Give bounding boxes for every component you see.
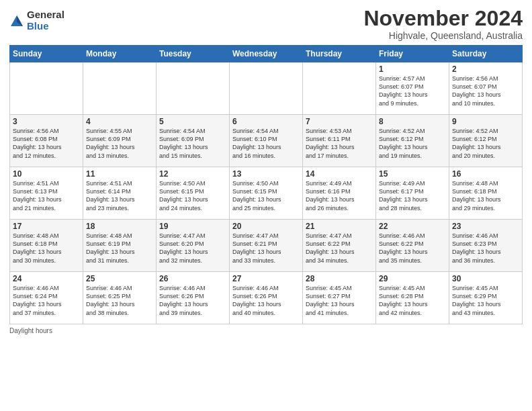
day-number: 17	[13, 222, 80, 231]
day-info: Sunrise: 4:47 AM Sunset: 6:20 PM Dayligh…	[159, 232, 226, 265]
day-info: Sunrise: 4:45 AM Sunset: 6:28 PM Dayligh…	[379, 284, 446, 317]
day-number: 15	[379, 169, 446, 179]
day-number: 16	[452, 169, 519, 179]
day-cell: 6Sunrise: 4:54 AM Sunset: 6:10 PM Daylig…	[230, 115, 303, 167]
logo-blue: Blue	[27, 21, 64, 32]
header-row: SundayMondayTuesdayWednesdayThursdayFrid…	[10, 46, 523, 62]
day-info: Sunrise: 4:45 AM Sunset: 6:27 PM Dayligh…	[306, 284, 373, 317]
day-number: 9	[452, 117, 519, 126]
week-row-4: 17Sunrise: 4:48 AM Sunset: 6:18 PM Dayli…	[10, 220, 523, 272]
day-info: Sunrise: 4:50 AM Sunset: 6:15 PM Dayligh…	[232, 179, 300, 212]
day-cell: 22Sunrise: 4:46 AM Sunset: 6:22 PM Dayli…	[376, 220, 449, 272]
day-cell: 12Sunrise: 4:50 AM Sunset: 6:15 PM Dayli…	[157, 167, 230, 220]
col-header-wednesday: Wednesday	[230, 46, 303, 62]
day-number: 1	[379, 64, 446, 74]
day-cell: 24Sunrise: 4:46 AM Sunset: 6:24 PM Dayli…	[10, 272, 83, 324]
day-cell: 13Sunrise: 4:50 AM Sunset: 6:15 PM Dayli…	[230, 167, 303, 220]
day-info: Sunrise: 4:46 AM Sunset: 6:25 PM Dayligh…	[86, 284, 153, 317]
logo-text: General Blue	[27, 9, 64, 32]
logo: General Blue	[9, 9, 64, 32]
day-cell	[83, 62, 157, 115]
col-header-saturday: Saturday	[449, 46, 523, 62]
day-info: Sunrise: 4:57 AM Sunset: 6:07 PM Dayligh…	[379, 75, 446, 107]
day-cell	[230, 62, 303, 115]
day-info: Sunrise: 4:51 AM Sunset: 6:13 PM Dayligh…	[13, 179, 80, 212]
day-number: 26	[159, 274, 226, 283]
day-cell	[157, 62, 230, 115]
day-number: 5	[159, 117, 226, 126]
day-info: Sunrise: 4:46 AM Sunset: 6:24 PM Dayligh…	[13, 284, 80, 317]
day-info: Sunrise: 4:51 AM Sunset: 6:14 PM Dayligh…	[86, 179, 153, 212]
day-number: 14	[306, 169, 373, 179]
day-cell: 20Sunrise: 4:47 AM Sunset: 6:21 PM Dayli…	[230, 220, 303, 272]
col-header-friday: Friday	[376, 46, 449, 62]
day-number: 3	[13, 117, 80, 126]
day-number: 24	[13, 274, 80, 283]
day-info: Sunrise: 4:56 AM Sunset: 6:08 PM Dayligh…	[13, 127, 80, 160]
week-row-3: 10Sunrise: 4:51 AM Sunset: 6:13 PM Dayli…	[10, 167, 523, 220]
day-number: 19	[159, 222, 226, 231]
day-cell: 15Sunrise: 4:49 AM Sunset: 6:17 PM Dayli…	[376, 167, 449, 220]
day-cell: 30Sunrise: 4:45 AM Sunset: 6:29 PM Dayli…	[449, 272, 523, 324]
day-info: Sunrise: 4:56 AM Sunset: 6:07 PM Dayligh…	[452, 75, 519, 107]
day-number: 4	[86, 117, 153, 126]
day-number: 11	[86, 169, 153, 179]
day-number: 28	[306, 274, 373, 283]
day-info: Sunrise: 4:46 AM Sunset: 6:26 PM Dayligh…	[159, 284, 226, 317]
day-info: Sunrise: 4:52 AM Sunset: 6:12 PM Dayligh…	[379, 127, 446, 160]
day-cell: 10Sunrise: 4:51 AM Sunset: 6:13 PM Dayli…	[10, 167, 83, 220]
day-cell: 29Sunrise: 4:45 AM Sunset: 6:28 PM Dayli…	[376, 272, 449, 324]
day-cell: 26Sunrise: 4:46 AM Sunset: 6:26 PM Dayli…	[157, 272, 230, 324]
day-info: Sunrise: 4:48 AM Sunset: 6:18 PM Dayligh…	[13, 232, 80, 265]
day-number: 25	[86, 274, 153, 283]
day-number: 12	[159, 169, 226, 179]
day-cell: 28Sunrise: 4:45 AM Sunset: 6:27 PM Dayli…	[303, 272, 376, 324]
week-row-5: 24Sunrise: 4:46 AM Sunset: 6:24 PM Dayli…	[10, 272, 523, 324]
page-header: General Blue November 2024 Highvale, Que…	[9, 7, 523, 41]
month-title: November 2024	[363, 7, 523, 30]
day-info: Sunrise: 4:49 AM Sunset: 6:16 PM Dayligh…	[306, 179, 373, 212]
day-cell: 4Sunrise: 4:55 AM Sunset: 6:09 PM Daylig…	[83, 115, 157, 167]
day-number: 2	[452, 64, 519, 74]
day-cell: 5Sunrise: 4:54 AM Sunset: 6:09 PM Daylig…	[157, 115, 230, 167]
day-number: 22	[379, 222, 446, 231]
day-cell	[10, 62, 83, 115]
page-container: General Blue November 2024 Highvale, Que…	[0, 0, 532, 340]
day-info: Sunrise: 4:50 AM Sunset: 6:15 PM Dayligh…	[159, 179, 226, 212]
day-number: 10	[13, 169, 80, 179]
day-cell: 8Sunrise: 4:52 AM Sunset: 6:12 PM Daylig…	[376, 115, 449, 167]
day-cell: 1Sunrise: 4:57 AM Sunset: 6:07 PM Daylig…	[376, 62, 449, 115]
day-number: 23	[452, 222, 519, 231]
day-cell: 2Sunrise: 4:56 AM Sunset: 6:07 PM Daylig…	[449, 62, 523, 115]
logo-icon	[9, 14, 24, 29]
day-cell: 19Sunrise: 4:47 AM Sunset: 6:20 PM Dayli…	[157, 220, 230, 272]
day-cell: 11Sunrise: 4:51 AM Sunset: 6:14 PM Dayli…	[83, 167, 157, 220]
calendar-table: SundayMondayTuesdayWednesdayThursdayFrid…	[9, 45, 523, 324]
day-cell: 23Sunrise: 4:46 AM Sunset: 6:23 PM Dayli…	[449, 220, 523, 272]
day-cell: 14Sunrise: 4:49 AM Sunset: 6:16 PM Dayli…	[303, 167, 376, 220]
day-info: Sunrise: 4:48 AM Sunset: 6:19 PM Dayligh…	[86, 232, 153, 265]
day-number: 6	[232, 117, 300, 126]
day-cell: 16Sunrise: 4:48 AM Sunset: 6:18 PM Dayli…	[449, 167, 523, 220]
day-cell: 25Sunrise: 4:46 AM Sunset: 6:25 PM Dayli…	[83, 272, 157, 324]
day-info: Sunrise: 4:47 AM Sunset: 6:21 PM Dayligh…	[232, 232, 300, 265]
col-header-tuesday: Tuesday	[157, 46, 230, 62]
day-cell: 7Sunrise: 4:53 AM Sunset: 6:11 PM Daylig…	[303, 115, 376, 167]
day-info: Sunrise: 4:52 AM Sunset: 6:12 PM Dayligh…	[452, 127, 519, 160]
day-info: Sunrise: 4:55 AM Sunset: 6:09 PM Dayligh…	[86, 127, 153, 160]
day-info: Sunrise: 4:54 AM Sunset: 6:10 PM Dayligh…	[232, 127, 300, 160]
day-cell: 9Sunrise: 4:52 AM Sunset: 6:12 PM Daylig…	[449, 115, 523, 167]
footer: Daylight hours	[9, 327, 523, 334]
day-info: Sunrise: 4:54 AM Sunset: 6:09 PM Dayligh…	[159, 127, 226, 160]
day-info: Sunrise: 4:49 AM Sunset: 6:17 PM Dayligh…	[379, 179, 446, 212]
col-header-sunday: Sunday	[10, 46, 83, 62]
location-title: Highvale, Queensland, Australia	[363, 30, 523, 41]
day-number: 27	[232, 274, 300, 283]
day-info: Sunrise: 4:45 AM Sunset: 6:29 PM Dayligh…	[452, 284, 519, 317]
week-row-1: 1Sunrise: 4:57 AM Sunset: 6:07 PM Daylig…	[10, 62, 523, 115]
day-number: 8	[379, 117, 446, 126]
day-cell: 17Sunrise: 4:48 AM Sunset: 6:18 PM Dayli…	[10, 220, 83, 272]
day-number: 30	[452, 274, 519, 283]
title-block: November 2024 Highvale, Queensland, Aust…	[363, 7, 523, 41]
day-number: 7	[306, 117, 373, 126]
